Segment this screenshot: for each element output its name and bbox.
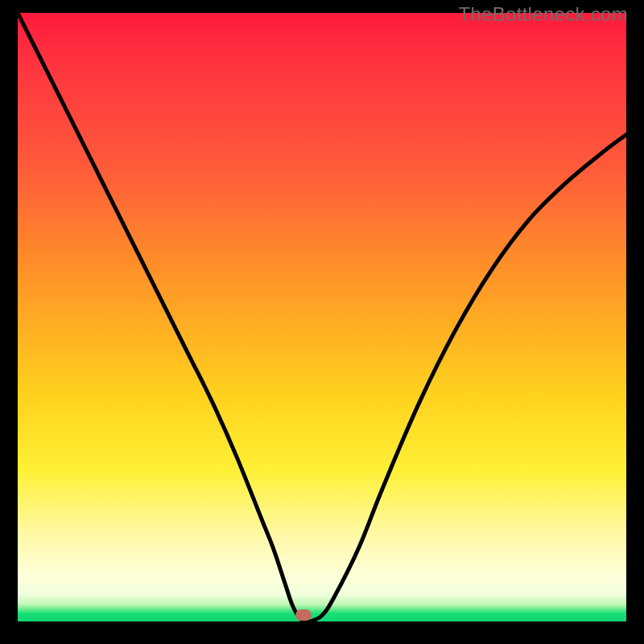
curve-path bbox=[18, 13, 626, 621]
chart-frame bbox=[16, 11, 628, 623]
optimal-point-marker bbox=[295, 609, 312, 621]
watermark-label: TheBottleneck.com bbox=[458, 3, 628, 26]
plot-gradient-background bbox=[18, 13, 626, 621]
bottleneck-curve bbox=[18, 13, 626, 621]
